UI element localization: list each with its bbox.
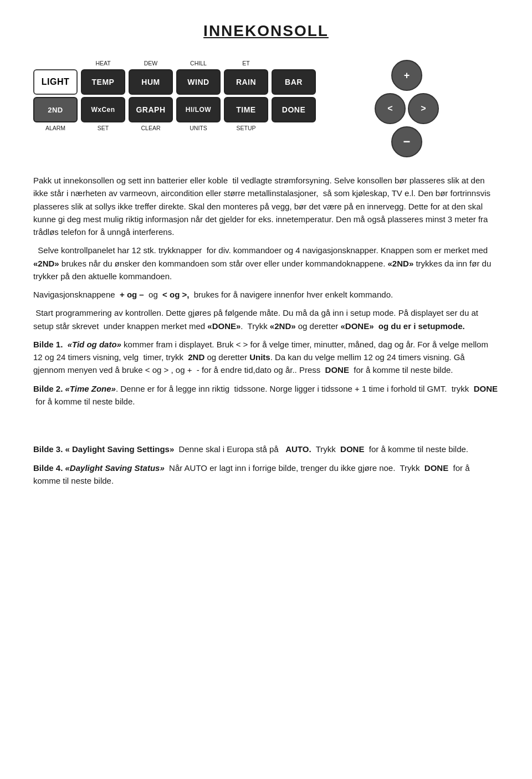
paragraph-2: Selve kontrollpanelet har 12 stk. trykkn… — [33, 244, 499, 283]
sublabel-alarm: ALARM — [33, 125, 78, 131]
label-empty-bar — [319, 60, 364, 66]
label-et: ET — [224, 60, 268, 66]
button-row-2: 2ND WxCen GRAPH HI/LOW TIME DONE — [33, 97, 364, 122]
paragraph-bilde3: Bilde 3. « Daylight Saving Settings» Den… — [33, 443, 499, 455]
nav-middle-row: < > — [375, 93, 439, 124]
nav-buttons: + < > − — [375, 60, 439, 157]
nav-minus-button[interactable]: − — [391, 126, 422, 157]
sublabel-setup: SETUP — [224, 125, 268, 131]
label-chill: CHILL — [176, 60, 221, 66]
btn-hilow[interactable]: HI/LOW — [176, 97, 221, 122]
btn-graph[interactable]: GRAPH — [129, 97, 173, 122]
btn-time[interactable]: TIME — [224, 97, 268, 122]
sublabel-units: UNITS — [176, 125, 221, 131]
console-panel: HEAT DEW CHILL ET LIGHT TEMP HUM WIND RA… — [33, 60, 499, 157]
btn-bar[interactable]: BAR — [272, 69, 316, 95]
paragraph-bilde1: Bilde 1. «Tid og dato» kommer fram i dis… — [33, 338, 499, 377]
nav-plus-button[interactable]: + — [391, 60, 422, 91]
top-labels-row: HEAT DEW CHILL ET — [33, 60, 364, 66]
page-title: INNEKONSOLL — [33, 22, 499, 40]
btn-hum[interactable]: HUM — [129, 69, 173, 95]
paragraph-spacer — [33, 413, 499, 426]
label-dew: DEW — [129, 60, 173, 66]
btn-2nd[interactable]: 2ND — [33, 97, 78, 122]
label-heat: HEAT — [81, 60, 125, 66]
btn-rain[interactable]: RAIN — [224, 69, 268, 95]
button-row-1: LIGHT TEMP HUM WIND RAIN BAR — [33, 69, 364, 95]
nav-left-button[interactable]: < — [375, 93, 406, 124]
btn-wind[interactable]: WIND — [176, 69, 221, 95]
panel-and-nav: HEAT DEW CHILL ET LIGHT TEMP HUM WIND RA… — [33, 60, 439, 157]
nav-right-button[interactable]: > — [408, 93, 439, 124]
sublabel-clear: CLEAR — [129, 125, 173, 131]
sublabel-row-2: ALARM SET CLEAR UNITS SETUP — [33, 125, 364, 131]
label-spacer-light — [33, 60, 78, 66]
panel-buttons: HEAT DEW CHILL ET LIGHT TEMP HUM WIND RA… — [33, 60, 364, 131]
sublabel-set: SET — [81, 125, 125, 131]
btn-light[interactable]: LIGHT — [33, 69, 78, 95]
btn-done[interactable]: DONE — [272, 97, 316, 122]
btn-temp[interactable]: TEMP — [81, 69, 125, 95]
paragraph-3: Navigasjonsknappene + og – og < og >, br… — [33, 288, 499, 301]
btn-wxcen[interactable]: WxCen — [81, 97, 125, 122]
text-content: Pakk ut innekonsollen og sett inn batter… — [33, 174, 499, 487]
paragraph-4: Start programmering av kontrollen. Dette… — [33, 306, 499, 332]
paragraph-bilde2: Bilde 2. «Time Zone». Denne er for å leg… — [33, 382, 499, 408]
paragraph-1: Pakk ut innekonsollen og sett inn batter… — [33, 174, 499, 238]
label-empty-rain — [272, 60, 316, 66]
paragraph-bilde4: Bilde 4. «Daylight Saving Status» Når AU… — [33, 462, 499, 488]
